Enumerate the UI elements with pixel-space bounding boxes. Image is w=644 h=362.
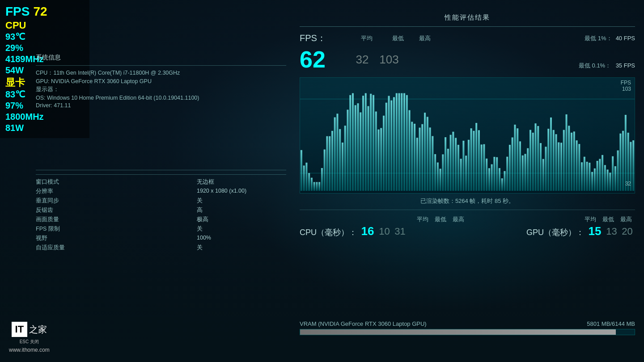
svg-rect-53 bbox=[429, 127, 431, 191]
svg-rect-23 bbox=[352, 93, 354, 191]
settings-row: 画面质量极高 bbox=[36, 216, 286, 223]
svg-rect-115 bbox=[589, 163, 590, 191]
svg-rect-104 bbox=[560, 143, 562, 191]
svg-rect-13 bbox=[326, 136, 328, 191]
svg-rect-97 bbox=[542, 159, 544, 191]
esc-text: ESC 关闭 bbox=[20, 339, 39, 345]
svg-rect-80 bbox=[499, 168, 500, 191]
svg-rect-108 bbox=[571, 133, 572, 191]
fps-min-header: 最低 bbox=[385, 34, 411, 42]
svg-rect-93 bbox=[532, 133, 534, 191]
svg-rect-44 bbox=[406, 95, 408, 191]
vram-value: 5801 MB/6144 MB bbox=[587, 320, 635, 327]
cpu-label: CPU bbox=[5, 20, 84, 31]
svg-rect-110 bbox=[576, 140, 578, 191]
svg-rect-19 bbox=[342, 143, 343, 191]
frames-info: 已渲染帧数：5264 帧，耗时 85 秒。 bbox=[300, 197, 635, 205]
svg-rect-34 bbox=[380, 128, 382, 191]
svg-rect-52 bbox=[427, 117, 428, 191]
fps-avg-header: 平均 bbox=[349, 34, 385, 42]
svg-rect-128 bbox=[622, 131, 624, 191]
svg-rect-132 bbox=[632, 140, 634, 191]
fps-chart: FPS 103 32 bbox=[300, 77, 635, 194]
sysinfo-gpu: GPU: NVIDIA GeForce RTX 3060 Laptop GPU bbox=[36, 78, 286, 84]
cpu-load: 29% bbox=[5, 42, 84, 54]
svg-rect-30 bbox=[370, 94, 372, 191]
svg-rect-26 bbox=[360, 112, 361, 191]
setting-label: 分辨率 bbox=[36, 188, 53, 195]
it-text: IT bbox=[12, 322, 28, 337]
svg-rect-70 bbox=[473, 131, 475, 191]
settings-row: 视野100% bbox=[36, 235, 286, 242]
svg-rect-31 bbox=[373, 95, 374, 191]
svg-rect-56 bbox=[437, 163, 439, 191]
fps-max-value: 103 bbox=[376, 53, 402, 67]
svg-rect-78 bbox=[493, 157, 495, 191]
ft-max-header-1: 最高 bbox=[449, 215, 467, 223]
setting-value: 关 bbox=[197, 244, 286, 252]
svg-rect-29 bbox=[367, 106, 369, 191]
svg-rect-92 bbox=[530, 130, 531, 191]
svg-rect-28 bbox=[365, 93, 367, 191]
svg-rect-111 bbox=[578, 144, 580, 191]
svg-rect-124 bbox=[612, 156, 614, 191]
ft-min-header-1: 最低 bbox=[432, 215, 449, 223]
svg-rect-4 bbox=[303, 165, 305, 191]
svg-rect-91 bbox=[527, 148, 529, 191]
fps-01pct-value: 35 FPS bbox=[616, 62, 635, 69]
svg-rect-119 bbox=[599, 159, 601, 191]
sysinfo-divider bbox=[36, 65, 286, 66]
svg-rect-117 bbox=[594, 168, 596, 191]
svg-rect-16 bbox=[334, 117, 336, 191]
svg-rect-41 bbox=[398, 93, 400, 191]
setting-label: 视野 bbox=[36, 235, 47, 242]
setting-value: 极高 bbox=[197, 216, 286, 223]
svg-rect-118 bbox=[597, 161, 598, 191]
chart-fps-label: FPS bbox=[621, 80, 631, 86]
svg-rect-129 bbox=[625, 115, 627, 191]
svg-rect-58 bbox=[442, 154, 444, 191]
svg-rect-81 bbox=[501, 178, 503, 191]
svg-rect-95 bbox=[537, 126, 539, 191]
svg-rect-17 bbox=[336, 114, 338, 191]
svg-rect-9 bbox=[316, 182, 318, 191]
cpu-ft-avg: 16 bbox=[359, 224, 377, 238]
setting-value: 关 bbox=[197, 225, 286, 233]
svg-rect-122 bbox=[607, 169, 609, 191]
svg-rect-88 bbox=[519, 141, 521, 191]
perf-title: 性能评估结果 bbox=[300, 13, 635, 22]
chart-min-val: 32 bbox=[625, 181, 631, 187]
svg-rect-7 bbox=[311, 178, 313, 191]
fps-1pct-label: 最低 1%： bbox=[585, 34, 612, 42]
gpu-ft-min: 13 bbox=[604, 226, 619, 237]
svg-rect-32 bbox=[375, 111, 377, 191]
settings-row: 自适应质量关 bbox=[36, 244, 286, 252]
svg-rect-18 bbox=[339, 129, 341, 191]
setting-label: FPS 限制 bbox=[36, 225, 60, 233]
svg-rect-49 bbox=[419, 128, 421, 191]
svg-rect-61 bbox=[450, 135, 452, 191]
sysinfo-cpu: CPU：11th Gen Intel(R) Core(TM) i7-11800H… bbox=[36, 69, 286, 77]
setting-label: 窗口模式 bbox=[36, 178, 59, 186]
svg-rect-114 bbox=[586, 162, 588, 191]
sysinfo-driver: Driver: 471.11 bbox=[36, 102, 286, 109]
fps-chart-svg bbox=[300, 78, 635, 193]
svg-rect-37 bbox=[388, 96, 390, 191]
svg-rect-109 bbox=[573, 131, 575, 191]
svg-rect-69 bbox=[470, 128, 472, 191]
svg-rect-125 bbox=[614, 166, 616, 191]
ithome-logo: IT 之家 ESC 关闭 www.ithome.com bbox=[9, 322, 50, 353]
svg-rect-66 bbox=[462, 141, 464, 191]
svg-rect-83 bbox=[506, 157, 508, 191]
svg-rect-60 bbox=[447, 149, 449, 191]
setting-value: 100% bbox=[197, 235, 286, 242]
settings-row: 窗口模式无边框 bbox=[36, 178, 286, 186]
svg-rect-54 bbox=[432, 136, 433, 191]
sysinfo-os: OS: Windows 10 Home Premium Edition 64-b… bbox=[36, 95, 286, 101]
svg-rect-59 bbox=[445, 137, 446, 191]
svg-rect-107 bbox=[568, 126, 570, 191]
svg-rect-96 bbox=[540, 143, 542, 191]
svg-rect-62 bbox=[452, 132, 454, 191]
svg-rect-64 bbox=[458, 145, 459, 191]
svg-rect-65 bbox=[460, 159, 462, 191]
